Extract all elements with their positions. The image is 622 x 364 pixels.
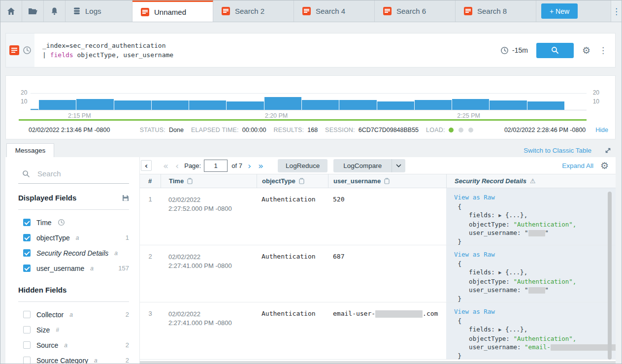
tab-label: Search 6 xyxy=(396,7,426,15)
field-item-objecttype[interactable]: objectTypea1 xyxy=(18,230,129,245)
histogram-bar[interactable] xyxy=(302,100,339,110)
field-label: Time xyxy=(36,219,52,227)
chevron-left-icon: ‹ xyxy=(145,161,148,170)
messages-panel: Displayed Fields TimeobjectTypea1Securit… xyxy=(5,157,616,364)
next-page-button[interactable]: › xyxy=(244,161,255,171)
field-checkbox[interactable] xyxy=(23,219,31,226)
table-row[interactable]: 1 02/02/20222:27:52.000 PM -0800 Authent… xyxy=(140,188,616,245)
json-key: fields: xyxy=(469,326,495,333)
expand-panel-icon[interactable] xyxy=(604,147,612,154)
notifications-button[interactable] xyxy=(44,0,65,22)
new-tab-button[interactable]: + New xyxy=(541,3,578,19)
elapsed-value: 00:00:00 xyxy=(242,127,266,133)
view-as-raw-link[interactable]: View as Raw xyxy=(454,193,609,202)
expand-all-link[interactable]: Expand All xyxy=(562,162,593,169)
column-header-user-username[interactable]: user_username xyxy=(328,174,446,188)
tab-search-2[interactable]: Search 2 xyxy=(213,0,294,22)
copy-icon[interactable] xyxy=(299,178,304,184)
tab-messages[interactable]: Messages xyxy=(6,143,54,157)
document-icon xyxy=(222,7,230,15)
prev-page-button[interactable]: ‹ xyxy=(172,161,182,171)
logcompare-button[interactable]: LogCompare xyxy=(333,159,392,172)
histogram-bar[interactable] xyxy=(490,100,526,110)
last-page-button[interactable]: » xyxy=(255,161,267,171)
field-checkbox[interactable] xyxy=(23,249,31,257)
field-search-input[interactable] xyxy=(36,169,120,178)
logreduce-button[interactable]: LogReduce xyxy=(278,159,327,172)
page-number-input[interactable] xyxy=(204,160,228,172)
home-button[interactable] xyxy=(0,0,22,22)
field-checkbox[interactable] xyxy=(23,357,31,364)
history-icon[interactable] xyxy=(23,46,32,55)
histogram-bar[interactable] xyxy=(452,99,489,110)
field-item-user-username[interactable]: user_usernamea157 xyxy=(18,261,129,276)
text: .com xyxy=(423,310,438,317)
field-search[interactable] xyxy=(18,167,129,184)
tab-unnamed[interactable]: Unnamed xyxy=(132,0,213,22)
field-item-security-record-details[interactable]: Security Record Detailsa xyxy=(18,245,129,261)
histogram-bar[interactable] xyxy=(152,100,189,110)
field-item-collector[interactable]: Collectora2 xyxy=(18,307,129,322)
kebab-icon: ⋮ xyxy=(612,6,621,16)
table-settings-button[interactable]: ⚙ xyxy=(600,161,609,170)
vertical-scrollbar[interactable] xyxy=(608,192,612,360)
collapse-sidebar-button[interactable]: ‹ xyxy=(141,160,152,171)
library-button[interactable] xyxy=(22,0,44,22)
copy-icon[interactable] xyxy=(384,178,390,184)
run-search-button[interactable] xyxy=(536,43,574,58)
horizontal-scrollbar[interactable] xyxy=(140,361,616,364)
tab-search-8[interactable]: Search 8 xyxy=(456,0,536,22)
table-row[interactable]: 3 02/02/20222:27:41.000 PM -0800 Authent… xyxy=(140,302,616,360)
view-as-raw-link[interactable]: View as Raw xyxy=(454,250,609,259)
column-header-time[interactable]: Time xyxy=(161,174,257,188)
column-header-objecttype[interactable]: objectType xyxy=(257,174,328,188)
field-checkbox[interactable] xyxy=(23,311,31,318)
text: "email- xyxy=(524,343,551,351)
redacted-value xyxy=(375,310,423,318)
histogram-bar[interactable] xyxy=(76,99,113,110)
logcompare-dropdown-button[interactable] xyxy=(392,159,405,172)
field-item-source-category[interactable]: Source Categorya2 xyxy=(18,353,129,364)
row-user-username-cell: 520 xyxy=(328,188,446,245)
field-type-marker: a xyxy=(90,265,94,272)
json-line: objectType: "Authentication", xyxy=(454,220,609,229)
first-page-button[interactable]: « xyxy=(160,161,172,171)
column-header-number[interactable]: # xyxy=(140,174,161,188)
histogram-bar[interactable] xyxy=(415,100,452,110)
field-item-size[interactable]: Size# xyxy=(18,322,129,337)
tab-logs[interactable]: Logs xyxy=(65,0,132,22)
search-progress-bar xyxy=(19,119,587,121)
field-checkbox[interactable] xyxy=(23,341,31,349)
histogram-bar[interactable] xyxy=(339,100,376,110)
histogram-bar[interactable] xyxy=(527,101,564,110)
field-item-time[interactable]: Time xyxy=(18,215,129,230)
histogram-bar[interactable] xyxy=(377,101,414,110)
field-checkbox[interactable] xyxy=(23,265,31,272)
hide-histogram-link[interactable]: Hide xyxy=(595,127,608,133)
field-type-marker: a xyxy=(94,357,98,364)
field-checkbox[interactable] xyxy=(23,234,31,241)
query-menu-button[interactable]: ⋮ xyxy=(599,46,607,55)
histogram-bar[interactable] xyxy=(227,101,263,110)
topbar-menu-button[interactable]: ⋮ xyxy=(611,0,622,22)
tab-search-4[interactable]: Search 4 xyxy=(294,0,375,22)
switch-to-classic-table-link[interactable]: Switch to Classic Table xyxy=(524,147,591,154)
histogram-bar[interactable] xyxy=(264,97,301,110)
save-fields-icon[interactable] xyxy=(122,195,129,201)
tab-search-6[interactable]: Search 6 xyxy=(375,0,456,22)
table-row[interactable]: 2 02/02/20222:27:41.000 PM -0800 Authent… xyxy=(140,245,616,302)
histogram-bar[interactable] xyxy=(31,109,38,110)
column-header-security-record-details[interactable]: Security Record Details ⚠ xyxy=(446,174,616,188)
query-settings-button[interactable]: ⚙ xyxy=(582,46,590,55)
field-item-source[interactable]: Sourcea2 xyxy=(18,337,129,353)
field-checkbox[interactable] xyxy=(23,326,31,333)
query-editor[interactable]: _index=sec_record_authentication | field… xyxy=(34,33,181,67)
copy-icon[interactable] xyxy=(187,178,193,184)
histogram-bar[interactable] xyxy=(39,100,76,110)
histogram-bar[interactable] xyxy=(114,100,151,110)
page-label: Page: xyxy=(184,162,201,169)
histogram-bar[interactable] xyxy=(189,100,226,110)
view-as-raw-link[interactable]: View as Raw xyxy=(454,307,609,316)
time-range-selector[interactable]: -15m xyxy=(500,46,528,55)
histogram-card: 20 10 20 10 2:15 PM2:20 PM2:25 PM 02/02/… xyxy=(5,75,616,139)
